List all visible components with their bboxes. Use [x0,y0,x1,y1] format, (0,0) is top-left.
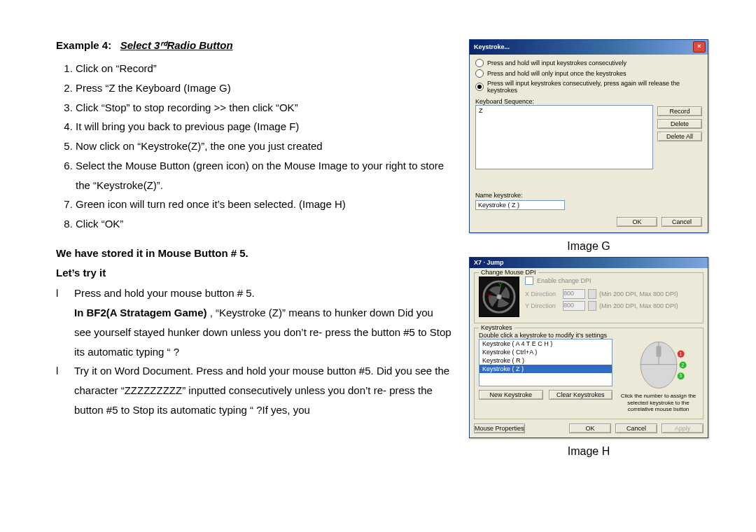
dpi-group: Change Mouse DPI [474,272,704,323]
dpi-hint: (Min 200 DPI, Max 800 DPI) [599,302,678,309]
step-item: It will bring you back to previous page … [76,117,452,136]
group-label: Keystrokes [479,324,514,331]
checkbox-icon[interactable] [525,276,533,285]
delete-button[interactable]: Delete [657,119,702,129]
step-item: Click on “Record” [76,59,452,78]
enable-dpi-label: Enable change DPI [537,277,592,284]
spin-up-icon[interactable] [588,301,596,311]
xdir-input[interactable]: 800 [563,289,585,299]
bullet-mark: l [56,361,74,419]
sequence-entry[interactable]: Z [479,107,650,114]
radio-icon[interactable] [475,59,484,67]
apply-button[interactable]: Apply [662,424,704,433]
list-item[interactable]: Keystroke ( Z ) [479,365,612,373]
caption-g: Image G [466,240,711,253]
xdir-label: X Direction [525,290,560,298]
radio-icon[interactable] [475,83,484,91]
radio-label: Press and hold will only input once the … [487,70,626,77]
svg-text:X: X [487,293,491,300]
svg-text:1: 1 [679,351,682,356]
svg-text:3: 3 [679,373,682,378]
radio-label: Press and hold will input keystrokes con… [487,59,626,66]
sequence-list[interactable]: Z [475,105,653,169]
dpi-hint: (Min 200 DPI, Max 800 DPI) [599,290,678,298]
step-item: Now click on “Keystroke(Z)”, the one you… [76,136,452,156]
svg-point-1 [497,295,502,300]
stored-line: We have stored it in Mouse Button # 5. [56,244,452,263]
ydir-input[interactable]: 800 [563,301,585,311]
ok-button[interactable]: OK [617,217,657,227]
bullet-mark: l [56,284,74,303]
radio-option[interactable]: Press will input keystrokes consecutivel… [475,80,702,94]
step-item: Press “Z the Keyboard (Image G) [76,78,452,98]
example-heading: Example 4: Select 3ʳᵈRadio Button [56,39,452,52]
list-item[interactable]: Keystroke ( A 4 T E C H ) [479,340,612,348]
record-button[interactable]: Record [657,106,702,116]
name-label: Name keystroke: [475,192,702,199]
list-item[interactable]: Keystroke ( R ) [479,356,612,365]
ydir-label: Y Direction [525,302,560,309]
cancel-button[interactable]: Cancel [662,217,702,227]
radio-option[interactable]: Press and hold will only input once the … [475,69,702,78]
bullet-text: Try it on Word Document. Press and hold … [74,361,452,419]
instructions-column: Example 4: Select 3ʳᵈRadio Button Click … [56,39,452,462]
heading-title: Select 3ʳᵈRadio Button [120,39,233,51]
fan-icon: X Y [479,276,519,317]
svg-text:Y: Y [498,281,503,288]
step-item: Green icon will turn red once it’s been … [76,195,452,214]
bullet-text: In BF2(A Stratagem Game) , “Keystroke (Z… [74,303,452,361]
ok-button[interactable]: OK [569,424,611,433]
bullet-bold: In BF2(A Stratagem Game) [74,307,210,318]
svg-text:2: 2 [681,363,684,368]
enable-dpi-checkbox[interactable]: Enable change DPI [525,276,699,285]
jump-dialog: X7 · Jump Change Mouse DPI [469,257,708,438]
name-input[interactable]: Keystroke ( Z ) [475,200,565,210]
lets-try-heading: Let’s try it [56,263,452,283]
radio-label: Press will input keystrokes consecutivel… [487,80,702,94]
caption-h: Image H [466,445,711,458]
step-item: Click “OK” [76,214,452,234]
step-list: Click on “Record” Press “Z the Keyboard … [56,59,452,234]
svg-rect-5 [656,346,661,357]
cancel-button[interactable]: Cancel [615,424,657,433]
titlebar[interactable]: X7 · Jump [470,258,708,268]
keystrokes-group: Keystrokes Double click a keystroke to m… [474,328,704,419]
mouse-properties-button[interactable]: Mouse Properties [474,424,525,433]
spin-up-icon[interactable] [588,289,596,299]
list-item[interactable]: Keystroke ( Ctrl+A ) [479,348,612,356]
radio-option[interactable]: Press and hold will input keystrokes con… [475,59,702,67]
radio-icon[interactable] [475,69,484,78]
titlebar[interactable]: Keystroke... × [470,40,708,55]
clear-keystrokes-button[interactable]: Clear Keystrokes [549,390,613,400]
mouse-icon: 1 2 3 [628,339,690,389]
new-keystroke-button[interactable]: New Keystroke [479,390,543,400]
dialog-title: X7 · Jump [474,259,504,266]
step-item: Click “Stop” to stop recording >> then c… [76,98,452,118]
keystroke-list[interactable]: Keystroke ( A 4 T E C H ) Keystroke ( Ct… [479,339,612,386]
step-item: Select the Mouse Button (green icon) on … [76,156,452,195]
bullet-text: Press and hold your mouse button # 5. [74,284,452,303]
try-list: l Press and hold your mouse button # 5. … [56,284,452,419]
figures-column: Keystroke... × Press and hold will input… [466,39,711,462]
delete-all-button[interactable]: Delete All [657,132,702,141]
keystroke-hint: Double click a keystroke to modify it’s … [479,332,699,339]
close-icon[interactable]: × [693,41,706,52]
heading-prefix: Example 4: [56,39,111,51]
dialog-title: Keystroke... [474,43,510,50]
sequence-label: Keyboard Sequence: [475,98,702,105]
mouse-hint: Click the number to assign the selected … [618,393,699,413]
group-label: Change Mouse DPI [479,269,538,276]
keystroke-dialog: Keystroke... × Press and hold will input… [469,39,708,233]
